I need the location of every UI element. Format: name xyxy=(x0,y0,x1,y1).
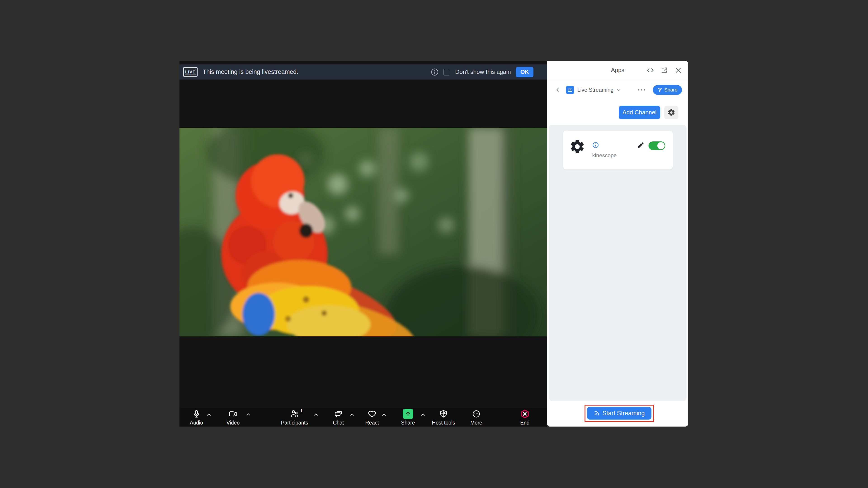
open-external-icon[interactable] xyxy=(660,66,669,75)
funnel-share-icon xyxy=(657,88,662,92)
end-call-hexagon-icon xyxy=(520,409,530,419)
app-name-label[interactable]: Live Streaming xyxy=(577,87,614,93)
meeting-window: LIVE This meeting is being livestreamed.… xyxy=(180,61,547,427)
channel-list: kinescope xyxy=(549,125,686,401)
channel-actions-row: Add Channel xyxy=(547,100,688,125)
chat-button[interactable]: Chat xyxy=(322,409,354,426)
react-menu-chevron[interactable] xyxy=(381,413,387,417)
video-camera-icon xyxy=(228,409,238,419)
end-button[interactable]: End xyxy=(509,409,541,426)
participants-icon: 1 xyxy=(290,409,299,419)
more-button[interactable]: More xyxy=(460,409,492,426)
app-share-button[interactable]: Share xyxy=(653,85,682,95)
share-button[interactable]: Share xyxy=(392,409,424,426)
broadcast-rss-icon xyxy=(594,410,600,416)
apps-panel-footer: Start Streaming xyxy=(547,401,688,427)
close-icon[interactable] xyxy=(674,66,683,75)
apps-panel: Apps xyxy=(547,61,688,427)
audio-menu-chevron[interactable] xyxy=(206,413,212,417)
video-menu-chevron[interactable] xyxy=(246,413,251,417)
live-streaming-app-icon xyxy=(566,86,574,94)
annotation-highlight-box: Start Streaming xyxy=(585,404,654,422)
ok-button[interactable]: OK xyxy=(516,67,533,77)
app-share-label: Share xyxy=(664,87,677,93)
video-button[interactable]: Video xyxy=(217,409,249,426)
channel-card-kinescope[interactable]: kinescope xyxy=(563,131,673,169)
dont-show-checkbox[interactable] xyxy=(443,69,450,75)
add-channel-button[interactable]: Add Channel xyxy=(619,106,660,119)
settings-button[interactable] xyxy=(664,106,678,119)
heart-icon xyxy=(368,409,377,419)
app-dropdown-caret-icon[interactable] xyxy=(616,88,621,92)
gear-icon xyxy=(667,108,675,117)
dont-show-label[interactable]: Don't show this again xyxy=(455,68,511,75)
more-options-icon[interactable] xyxy=(638,89,646,91)
channel-info-icon[interactable] xyxy=(592,142,599,148)
participants-count: 1 xyxy=(300,408,303,414)
back-chevron-icon[interactable] xyxy=(555,87,561,93)
microphone-icon xyxy=(192,409,201,419)
meeting-video-feed xyxy=(180,128,547,336)
channel-gear-icon xyxy=(569,138,585,155)
livestream-message: This meeting is being livestreamed. xyxy=(203,68,298,75)
audio-button[interactable]: Audio xyxy=(181,409,212,426)
chat-menu-chevron[interactable] xyxy=(349,413,355,417)
edit-pencil-icon[interactable] xyxy=(637,141,645,149)
macaw-video-image xyxy=(180,128,547,336)
code-icon[interactable] xyxy=(646,66,655,75)
live-streaming-app-bar: Live Streaming Share xyxy=(547,80,688,100)
start-streaming-label: Start Streaming xyxy=(602,410,645,417)
participants-button[interactable]: 1 Participants xyxy=(279,409,310,426)
start-streaming-button[interactable]: Start Streaming xyxy=(587,407,651,420)
livestream-banner: LIVE This meeting is being livestreamed.… xyxy=(180,64,547,79)
apps-panel-header: Apps xyxy=(547,61,688,80)
react-button[interactable]: React xyxy=(356,409,388,426)
share-screen-green-icon xyxy=(403,409,413,419)
share-menu-chevron[interactable] xyxy=(420,413,426,417)
chat-bubbles-icon xyxy=(334,409,343,419)
ellipsis-circle-icon xyxy=(472,409,480,419)
participants-menu-chevron[interactable] xyxy=(313,413,319,417)
meeting-toolbar: Audio Video 1 Participants xyxy=(180,408,547,427)
channel-name: kinescope xyxy=(592,152,617,159)
shield-icon xyxy=(439,409,448,419)
channel-enabled-toggle[interactable] xyxy=(649,141,665,150)
host-tools-button[interactable]: Host tools xyxy=(428,409,459,426)
info-icon[interactable] xyxy=(431,68,438,76)
live-badge: LIVE xyxy=(183,67,197,76)
